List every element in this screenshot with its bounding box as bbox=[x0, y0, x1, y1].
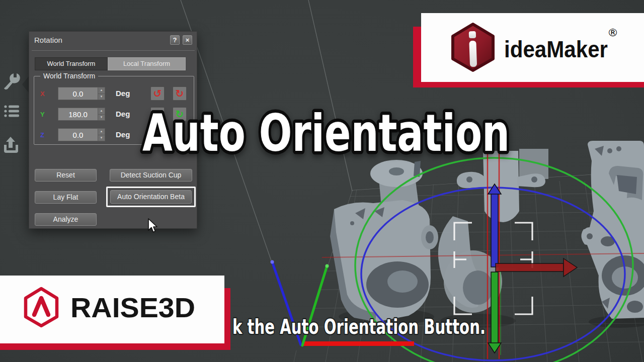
subtitle-text: k the Auto Orientation Button. bbox=[232, 315, 486, 338]
raise3d-wordmark: RAISE3D bbox=[70, 292, 195, 323]
close-button[interactable]: × bbox=[183, 35, 192, 45]
video-title-text: Auto Orientation bbox=[142, 103, 510, 163]
tab-world-transform[interactable]: World Transform bbox=[35, 57, 108, 70]
lay-flat-button[interactable]: Lay Flat bbox=[35, 191, 97, 204]
group-title: World Transform bbox=[40, 72, 98, 80]
tab-local-transform[interactable]: Local Transform bbox=[108, 57, 186, 70]
wrench-icon bbox=[4, 73, 20, 89]
mouse-cursor bbox=[147, 218, 159, 234]
help-button[interactable]: ? bbox=[170, 35, 180, 45]
ideamaker-logo-icon bbox=[453, 24, 493, 70]
ideamaker-banner: ideaMaker ® bbox=[421, 13, 644, 82]
rotate-tool-button[interactable] bbox=[4, 73, 20, 89]
auto-orientation-button[interactable]: Auto Orientation Beta bbox=[110, 190, 192, 204]
titlebar-separator bbox=[32, 50, 195, 51]
auto-orientation-highlight: Auto Orientation Beta bbox=[106, 187, 196, 207]
registered-mark: ® bbox=[607, 26, 618, 39]
video-title-overlay: Auto Orientation bbox=[0, 90, 644, 181]
cursor-arrow-icon bbox=[148, 219, 157, 232]
raise3d-banner: RAISE3D bbox=[0, 276, 224, 343]
dialog-title: Rotation bbox=[34, 36, 62, 44]
ideamaker-wordmark: ideaMaker bbox=[504, 36, 608, 62]
app-root: { "dialog": { "title": "Rotation", "help… bbox=[0, 0, 644, 362]
raise3d-logo-icon bbox=[26, 289, 57, 326]
gizmo-x-arrow-red[interactable] bbox=[496, 258, 577, 277]
analyze-button[interactable]: Analyze bbox=[35, 213, 97, 226]
